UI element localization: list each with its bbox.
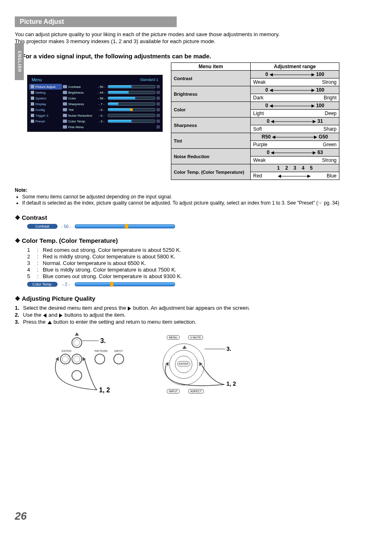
table-desc-cell: LightDeep [251, 110, 339, 117]
osd-param-value: - 0 - [97, 114, 106, 117]
diamond-icon: ❖ [15, 237, 20, 244]
end-icon [157, 102, 160, 106]
config-icon [31, 108, 34, 111]
connector-arc [44, 337, 134, 399]
table-head-item: Menu item [171, 63, 251, 71]
connector-arc [159, 333, 245, 403]
step-12-label: 1, 2 [226, 380, 236, 387]
colortemp-list: 1:Red comes out strong. Color temperatur… [27, 247, 369, 279]
osd-param-label: Fine Menu [68, 125, 95, 129]
intro-line2: This projector makes 3 memory indexes (1… [15, 38, 369, 44]
display-icon [31, 102, 34, 106]
steps-list: 1. Select the desired menu item and pres… [15, 305, 369, 325]
table-item-cell: Noise Reduction [171, 149, 251, 164]
heading-colortemp: ❖Color Temp. (Color Temperature) [15, 237, 369, 244]
diagrams: 3. ENTER PATTERN INPUT 1, 2 MENU V-MUTE [44, 333, 369, 403]
ct-num: 1 [27, 247, 37, 253]
table-range-cell: 0 100 [251, 86, 339, 94]
end-icon [157, 120, 160, 123]
param-icon [63, 120, 67, 123]
osd-row: Color- 58 - [62, 95, 161, 101]
ct-num: 4 [27, 267, 37, 273]
table-item-cell: Brightness [171, 86, 251, 102]
right-arrow-icon [128, 306, 131, 311]
diamond-icon: ❖ [15, 214, 20, 221]
osd-slider-bar [108, 85, 155, 88]
table-item-cell: Tint [171, 133, 251, 149]
table-desc-cell: SoftSharp [251, 125, 339, 133]
table-range-cell: 0 31 [251, 117, 339, 125]
svg-marker-13 [272, 136, 275, 139]
svg-marker-1 [270, 73, 273, 76]
preset-icon [31, 120, 34, 123]
table-item-cell: Contrast [171, 71, 251, 86]
svg-marker-10 [271, 120, 274, 123]
param-icon [63, 108, 67, 111]
slider-label: Color Temp. [27, 282, 58, 287]
osd-param-label: Brightness [68, 91, 95, 94]
slider-label: Contrast [27, 224, 58, 229]
osd-menu-label: Menu [32, 78, 42, 82]
osd-row: Sharpness- 7 - [62, 101, 161, 107]
ct-text: Normal. Color temperature is about 6500 … [43, 260, 146, 266]
note-item: If default is selected as the index, pic… [22, 200, 369, 206]
step-row: 1. Select the desired menu item and pres… [15, 305, 369, 311]
colortemp-row: 4:Blue is mildly strong. Color temperatu… [27, 267, 369, 273]
osd-param-label: Tint [68, 108, 95, 112]
osd-row: Color Temp.- 3 - [62, 118, 161, 124]
param-icon [63, 114, 67, 117]
heading-adjusting: ❖Adjusting Picture Quality [15, 295, 369, 302]
end-icon [157, 85, 160, 88]
remote-diagram: MENU V-MUTE ENTER INPUT ASPECT 3. 1, 2 [159, 333, 245, 403]
svg-marker-20 [307, 175, 311, 178]
svg-marker-7 [270, 104, 273, 108]
end-icon [157, 91, 160, 94]
step-row: 3. Press the button to enter the setting… [15, 319, 369, 325]
end-icon [157, 114, 160, 117]
param-icon [63, 85, 67, 88]
language-tab: ENGLISH [15, 43, 24, 80]
colortemp-row: 5:Blue comes out strong. Color temperatu… [27, 273, 369, 279]
up-arrow-icon [48, 321, 52, 324]
contrast-slider: Contrast - 50 - [27, 224, 175, 229]
osd-row: Fine Menu [62, 124, 161, 130]
intro-text: You can adjust picture quality to your l… [15, 31, 369, 44]
table-item-cell: Color Temp. (Color Temperature) [171, 164, 251, 180]
ct-num: 3 [27, 260, 37, 266]
trigger-icon [31, 114, 34, 117]
param-icon [63, 125, 67, 129]
picture-adjust-icon [31, 85, 34, 88]
system-icon [31, 97, 34, 100]
left-arrow-icon [43, 313, 46, 318]
step-12-label: 1, 2 [99, 387, 110, 394]
note-label: Note: [15, 187, 369, 193]
end-icon [157, 108, 160, 111]
table-range-cell: 0 100 [251, 102, 339, 110]
right-arrow-icon [59, 313, 62, 318]
svg-marker-4 [270, 89, 273, 92]
svg-marker-8 [311, 104, 315, 108]
svg-marker-5 [311, 89, 315, 92]
osd-param-value: - 7 - [97, 102, 106, 106]
osd-param-value: - 50 - [97, 85, 106, 89]
table-range-cell: 1 2 3 4 5 [251, 164, 339, 172]
osd-row: Contrast- 50 - [62, 84, 161, 90]
ct-text: Red comes out strong. Color temperature … [43, 247, 181, 253]
osd-row: Brightness- 44 - [62, 90, 161, 95]
ct-text: Blue is mildly strong. Color temperature… [43, 267, 176, 273]
osd-slider-bar [108, 108, 155, 111]
note-block: Note: Some menu items cannot be adjusted… [15, 187, 369, 206]
slider-value: - 2 - [60, 282, 72, 287]
svg-marker-11 [313, 120, 316, 123]
table-item-cell: Color [171, 102, 251, 117]
slider-value: - 50 - [60, 224, 72, 229]
param-icon [63, 91, 67, 94]
osd-rows: Contrast- 50 -Brightness- 44 -Color- 58 … [62, 84, 161, 130]
panel-diagram: 3. ENTER PATTERN INPUT 1, 2 [44, 337, 134, 399]
osd-preset-label: Standard 1 [140, 78, 158, 82]
svg-marker-17 [313, 151, 316, 154]
osd-row: Noise Reduction- 0 - [62, 113, 161, 118]
intro-line1: You can adjust picture quality to your l… [15, 31, 369, 37]
osd-param-label: Sharpness [68, 102, 95, 106]
slider-track [75, 282, 175, 286]
